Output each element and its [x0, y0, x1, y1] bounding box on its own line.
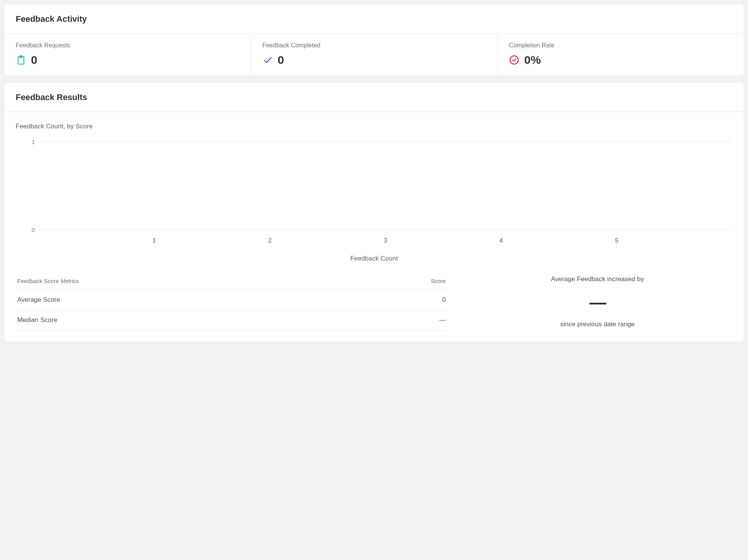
chart-xtick: 5 [559, 237, 675, 244]
chart-xtick: 1 [96, 237, 212, 244]
metric-completion-rate: Completion Rate 0% [497, 34, 744, 76]
metric-feedback-requests: Feedback Requests 0 [4, 34, 251, 76]
chart-ytick: 1 [23, 139, 35, 145]
feedback-results-title: Feedback Results [16, 92, 732, 102]
feedback-activity-title: Feedback Activity [16, 14, 732, 24]
chart-xtick: 3 [328, 237, 444, 244]
chart-plot: 01 [39, 142, 732, 230]
table-row: Median Score — [16, 310, 447, 330]
delta-line1: Average Feedback increased by [463, 275, 732, 283]
score-metrics-table: Feedback Score Metrics Score Average Sco… [16, 274, 447, 330]
chart-xlabel: Feedback Count [16, 255, 732, 262]
feedback-results-body: Feedback Count, by Score 01 12345 Feedba… [4, 112, 744, 342]
row-value: — [439, 316, 446, 324]
metric-feedback-completed: Feedback Completed 0 [251, 34, 498, 76]
chart-xtick: 2 [212, 237, 328, 244]
metric-value: 0 [278, 54, 284, 66]
delta-value: — [463, 293, 732, 312]
feedback-activity-header: Feedback Activity [4, 4, 744, 34]
chart-gridline [39, 230, 732, 230]
chart-gridline [39, 142, 732, 142]
delta-panel: Average Feedback increased by — since pr… [463, 274, 732, 330]
table-header: Feedback Score Metrics Score [16, 274, 447, 290]
check-icon [262, 55, 273, 65]
row-value: 0 [442, 296, 445, 304]
feedback-results-card: Feedback Results Feedback Count, by Scor… [4, 82, 744, 342]
clipboard-icon [16, 55, 26, 65]
chart-area: 01 [16, 142, 732, 230]
table-col-score: Score [431, 278, 446, 284]
feedback-activity-card: Feedback Activity Feedback Requests 0 Fe… [4, 4, 744, 76]
results-bottom-split: Feedback Score Metrics Score Average Sco… [16, 274, 732, 330]
circle-check-icon [509, 55, 520, 65]
table-col-metrics: Feedback Score Metrics [17, 278, 79, 284]
metric-label: Completion Rate [509, 42, 732, 49]
chart-subtitle: Feedback Count, by Score [16, 123, 732, 130]
row-label: Average Score [17, 296, 60, 304]
table-row: Average Score 0 [16, 290, 447, 310]
svg-point-2 [510, 56, 519, 64]
feedback-results-header: Feedback Results [4, 83, 744, 112]
activity-metrics-row: Feedback Requests 0 Feedback Completed [4, 34, 744, 76]
delta-line2: since previous date range [463, 320, 732, 328]
chart-xtick: 4 [443, 237, 559, 244]
metric-label: Feedback Requests [16, 42, 239, 49]
chart-ytick: 0 [23, 227, 35, 233]
row-label: Median Score [17, 316, 57, 324]
metric-value: 0% [524, 54, 541, 66]
chart-xticks: 12345 [39, 237, 732, 244]
metric-label: Feedback Completed [262, 42, 486, 49]
metric-value: 0 [31, 54, 37, 66]
